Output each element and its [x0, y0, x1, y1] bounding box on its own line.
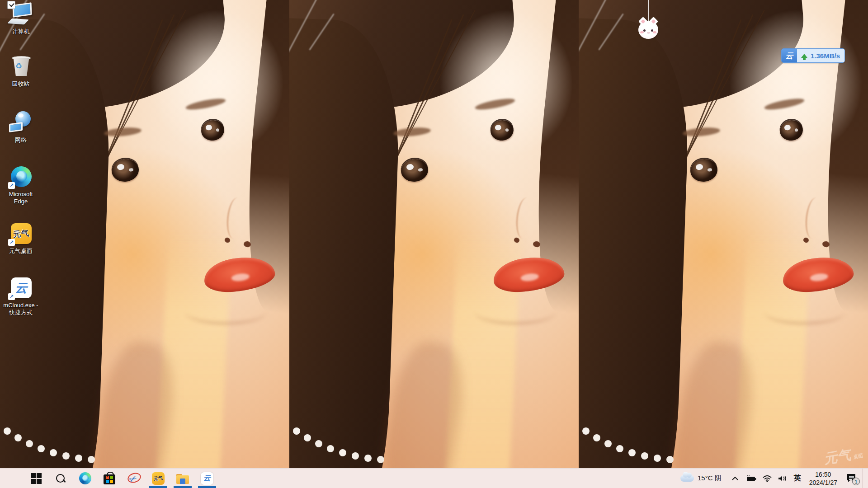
wallpaper-chin-shadow	[475, 300, 556, 324]
wallpaper-chin-shadow	[185, 300, 266, 324]
chevron-up-icon	[731, 476, 739, 481]
wallpaper-pearl-necklace	[293, 427, 300, 435]
wallpaper-panel	[579, 0, 868, 488]
cat-ear	[638, 17, 648, 26]
shortcut-arrow-icon: ↗	[8, 239, 15, 246]
shortcut-arrow-icon: ↗	[8, 293, 15, 300]
cat-ear	[649, 17, 658, 26]
wallpaper-panel	[0, 0, 289, 488]
wallpaper-eyebrow	[683, 126, 721, 138]
desktop-icon-computer[interactable]: 计算机	[2, 3, 40, 35]
cat-mouth	[647, 31, 650, 33]
network-monitor-shape	[9, 122, 23, 132]
desktop-icon-label: Microsoft Edge	[2, 191, 40, 205]
desktop-icon-network[interactable]: 网络	[2, 111, 40, 144]
yuanqi-glyph: 元气	[153, 474, 163, 482]
desktop-icon-label: 计算机	[12, 28, 30, 35]
desktop-icon-label: 网络	[15, 136, 27, 144]
speed-widget-body: 1.36MB/s	[797, 49, 844, 62]
desktop-icon-label: mCloud.exe - 快捷方式	[2, 302, 40, 316]
watermark-main-text: 元气	[822, 447, 852, 466]
microsoft-store-icon	[104, 474, 115, 484]
notification-count-badge: 1	[852, 478, 860, 485]
taskbar-app-screenshot-tool[interactable]	[124, 469, 144, 488]
scissors-screenshot-icon	[127, 472, 141, 485]
taskbar-app-store[interactable]	[99, 469, 119, 488]
clock[interactable]: 16:50 2024/1/27	[805, 469, 842, 488]
speaker-icon	[778, 475, 788, 482]
mcloud-glyph: 云	[203, 474, 211, 483]
wallpaper-eyebrow	[104, 126, 142, 138]
ime-indicator[interactable]: 英	[790, 469, 805, 488]
cat-blush	[653, 31, 656, 33]
yuanqi-glyph: 元气	[13, 228, 30, 240]
wallpaper-hair-left	[579, 17, 692, 488]
computer-icon	[8, 3, 33, 26]
upload-arrow-icon	[801, 54, 807, 58]
mcloud-glyph: 云	[15, 280, 28, 296]
system-tray: 15°C 阴	[675, 469, 868, 488]
cat-pet-widget[interactable]	[638, 0, 659, 39]
mcloud-icon: 云 ↗	[8, 277, 33, 300]
selection-checkbox[interactable]	[7, 1, 15, 9]
shortcut-arrow-icon: ↗	[8, 182, 15, 189]
cat-eye	[643, 29, 646, 32]
wallpaper-pearl-necklace	[4, 427, 11, 435]
wallpaper-eyebrow	[393, 126, 431, 138]
battery-indicator[interactable]	[743, 469, 760, 488]
edge-icon	[79, 472, 91, 484]
recycle-symbol: ♻	[15, 61, 22, 71]
search-button[interactable]	[51, 469, 71, 488]
desktop-icon-mcloud[interactable]: 云 ↗ mCloud.exe - 快捷方式	[2, 277, 40, 316]
yuanqi-icon: 元气	[152, 472, 165, 485]
computer-keyboard-shape	[7, 19, 29, 25]
notification-center-button[interactable]: 1	[842, 469, 863, 488]
wifi-icon	[762, 475, 772, 482]
desktop-icon-label: 元气桌面	[9, 248, 33, 255]
wallpaper-pearl-necklace	[582, 427, 590, 435]
desktop-icon-edge[interactable]: ↗ Microsoft Edge	[2, 165, 40, 205]
weather-cloud-icon	[680, 475, 694, 482]
yuanqi-desktop-icon: 元气 ↗	[8, 222, 33, 246]
network-icon	[8, 111, 33, 135]
battery-icon	[746, 475, 757, 482]
windows-logo-icon	[31, 473, 42, 484]
cat-string	[648, 0, 649, 21]
desktop-icon-label: 回收站	[12, 80, 30, 88]
desktop-icon-recycle-bin[interactable]: ♻ 回收站	[2, 55, 40, 88]
start-button[interactable]	[26, 469, 46, 488]
cat-blush	[640, 31, 644, 33]
edge-icon: ↗	[8, 165, 33, 189]
desktop: 计算机 ♻ 回收站 网络 ↗ Microsoft Edge	[0, 0, 868, 488]
recycle-bin-icon: ♻	[8, 55, 33, 79]
clock-time: 16:50	[815, 470, 831, 479]
desktop-icon-yuanqi[interactable]: 元气 ↗ 元气桌面	[2, 222, 40, 255]
search-icon	[56, 474, 66, 483]
cat-head-icon	[638, 21, 658, 39]
upload-rate-value: 1.36MB/s	[811, 52, 840, 60]
taskbar-app-row: 元气 云	[0, 469, 217, 488]
wallpaper-chin-shadow	[764, 300, 845, 324]
hidden-icons-chevron[interactable]	[727, 469, 743, 488]
taskbar-app-yuanqi[interactable]: 元气	[148, 469, 168, 488]
weather-text: 15°C 阴	[698, 474, 722, 483]
taskbar-app-mcloud[interactable]: 云	[197, 469, 217, 488]
volume-indicator[interactable]	[775, 469, 790, 488]
taskbar-app-file-explorer[interactable]	[173, 469, 193, 488]
taskbar: 元气 云 15°C 阴	[0, 468, 868, 488]
wallpaper-panel	[289, 0, 579, 488]
clock-date: 2024/1/27	[809, 479, 837, 487]
weather-widget[interactable]: 15°C 阴	[675, 469, 727, 488]
mcloud-logo-icon: 云	[782, 49, 797, 62]
wallpaper	[0, 0, 868, 488]
wallpaper-hair-left	[289, 17, 403, 488]
mcloud-icon: 云	[201, 472, 213, 485]
mcloud-speed-widget[interactable]: 云 1.36MB/s	[781, 48, 845, 63]
taskbar-app-edge[interactable]	[75, 469, 95, 488]
network-indicator[interactable]	[760, 469, 775, 488]
file-explorer-icon	[176, 474, 189, 484]
watermark-sub-text: 桌面	[853, 453, 863, 460]
show-desktop-button[interactable]	[863, 469, 865, 488]
